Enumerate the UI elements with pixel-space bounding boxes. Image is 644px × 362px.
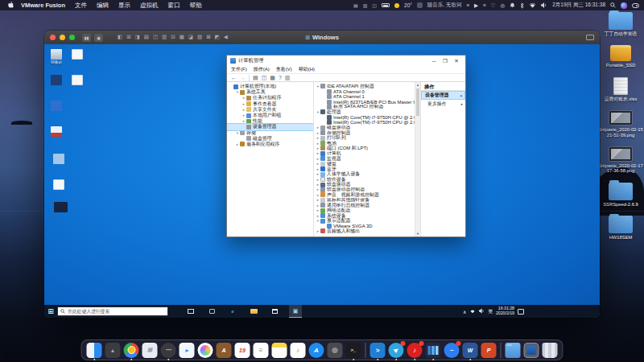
media-play-icon[interactable]: ▶ (474, 2, 478, 9)
desktop-file-icon[interactable] (51, 126, 62, 137)
windows-desktop-icon[interactable] (49, 154, 68, 165)
minimize-window-button[interactable] (60, 35, 65, 40)
dock-icon-launchpad[interactable]: ▲ (105, 343, 121, 358)
actions-more-item[interactable]: 更多操作 ▸ (421, 100, 465, 109)
desktop-file-icon[interactable] (53, 179, 64, 190)
dock-icon-terminal[interactable]: >_ (346, 343, 361, 358)
windows-desktop-icon[interactable] (49, 179, 68, 191)
console-tree-item[interactable]: ▸ 性能 (227, 118, 313, 124)
taskbar-clock[interactable]: 16:31:28 2020/2/19 (496, 306, 514, 316)
mac-desktop-icon[interactable]: Snipaste_2020-02-15 21-51-39.png (597, 110, 644, 138)
menubar-menu-item[interactable]: 编辑 (97, 2, 109, 10)
cm-titlebar[interactable]: 计算机管理 ─ ❐ ✕ (227, 56, 465, 66)
file-icon[interactable] (609, 146, 633, 162)
dock-icon-vscode[interactable]: > (370, 343, 386, 358)
dock-icon-messages[interactable]: ⋯ (161, 343, 176, 358)
menubar-clock[interactable]: 2月19日 周三 16:31:38 (552, 2, 605, 9)
menubar-menu-item[interactable]: 帮助 (190, 2, 202, 10)
minimize-button[interactable]: ─ (428, 56, 440, 66)
desktop-file-icon[interactable] (53, 154, 64, 164)
taskbar-edge-icon[interactable]: e (226, 305, 239, 318)
dock-icon-netease-music[interactable]: ♪ (407, 343, 423, 358)
console-tree-item[interactable]: ▸ 事件查看器 (227, 101, 313, 107)
dock-icon-finder[interactable] (87, 343, 102, 358)
weather-temperature[interactable]: 20° (404, 2, 412, 8)
notification-center-icon[interactable] (632, 3, 639, 8)
scrollbar-thumb[interactable] (416, 88, 419, 116)
heart-icon[interactable]: ♡ (491, 2, 496, 9)
tray-chevron-icon[interactable]: ∧ (463, 309, 466, 315)
media-next-icon[interactable]: » (483, 2, 486, 8)
bluetooth-icon[interactable] (520, 2, 524, 9)
cm-toolbar-icon[interactable] (249, 75, 250, 81)
spotlight-search-icon[interactable] (610, 2, 616, 8)
console-tree-item[interactable]: ▸ 本地用户和组 (227, 113, 313, 118)
vm-toolbar-icon[interactable]: ◧ (118, 35, 122, 40)
dock-separator[interactable] (365, 343, 367, 358)
console-tree-item[interactable]: ▸ 共享文件夹 (227, 107, 313, 113)
vmware-titlebar[interactable]: ▮▮ ▣ ◧⊞◨▤◫▥⊟▦◪▧⊠◩◀ ⊞ Windows (44, 31, 600, 44)
action-center-icon[interactable] (518, 309, 524, 315)
wifi-icon[interactable] (529, 2, 536, 8)
vm-toolbar-icon[interactable]: ⊞ (126, 35, 130, 40)
vm-toolbar-icon[interactable]: ▤ (144, 35, 149, 40)
windows-desktop-icon[interactable]: 回收站 (47, 49, 66, 64)
tray-volume-icon[interactable] (479, 308, 485, 315)
desktop-file-icon[interactable] (54, 202, 68, 212)
bell-icon[interactable] (510, 2, 515, 8)
dock-icon-chrome[interactable] (124, 343, 139, 358)
vm-toolbar-icon[interactable]: ◪ (188, 35, 193, 40)
windows-desktop-icon[interactable] (47, 126, 66, 138)
windows-desktop-icon[interactable] (68, 75, 87, 86)
dock-icon-thunder[interactable]: ~ (444, 343, 460, 358)
zoom-window-button[interactable] (69, 35, 75, 40)
weather-sun-icon[interactable] (394, 3, 399, 8)
input-method-indicator[interactable]: 英 (488, 309, 493, 315)
mac-desktop-icon[interactable]: Portable_SSD (597, 45, 644, 68)
record-icon[interactable]: ◎ (501, 2, 506, 9)
cpu-meter-icon[interactable]: ▥ (363, 2, 368, 8)
desktop-file-icon[interactable] (51, 49, 62, 60)
scroll-down-icon[interactable]: ▼ (415, 231, 420, 237)
menubar-menu-item[interactable]: 窗口 (168, 2, 180, 10)
desktop-file-icon[interactable] (51, 75, 62, 85)
scroll-up-icon[interactable]: ▲ (415, 82, 420, 88)
dock-separator[interactable] (500, 343, 502, 358)
dock-icon-music[interactable]: ♪ (291, 343, 306, 358)
taskbar-search-box[interactable]: 在此处键入进行搜索 (57, 306, 168, 316)
cm-toolbar-icon[interactable]: ◫ (262, 75, 267, 80)
cm-toolbar-icon[interactable]: ? (279, 75, 282, 80)
device-list-pane[interactable]: ▾ IDE ATA/ATAPI 控制器 ATA Channel 0 (314, 82, 420, 237)
vm-toolbar-icon[interactable]: ◩ (215, 35, 220, 40)
console-tree-item[interactable]: ▾ 系统工具 (227, 89, 313, 95)
media-previous-icon[interactable]: « (466, 2, 469, 8)
vm-toolbar-icon[interactable]: ⊟ (171, 35, 175, 40)
vertical-scrollbar[interactable]: ▲ ▼ (415, 82, 420, 237)
cm-toolbar-icon[interactable]: ▤ (253, 75, 258, 80)
active-app-name[interactable]: VMware Fusion (21, 2, 65, 9)
dock-icon-minimized-window[interactable] (524, 343, 539, 358)
taskbar-file-explorer-icon[interactable] (247, 305, 260, 318)
start-button[interactable]: ⊞ (44, 307, 57, 315)
console-tree-item[interactable]: ▾ 存储 (227, 130, 313, 136)
console-tree-item[interactable]: 磁盘管理 (227, 136, 313, 142)
dock-icon-reminders[interactable]: ≡ (254, 343, 269, 358)
vm-toolbar-icon[interactable]: ◨ (135, 35, 140, 40)
console-tree-item[interactable]: ▸ 任务计划程序 (227, 95, 313, 101)
mac-desktop-icon[interactable]: Snipaste_2020-02-17 17-36-58.png (597, 146, 644, 174)
vm-pause-button[interactable]: ▮▮ (82, 34, 91, 42)
file-icon[interactable] (609, 12, 633, 30)
vm-toolbar-icon[interactable]: ▧ (197, 35, 202, 40)
taskbar-computer-management-icon[interactable]: ▣ (289, 305, 302, 318)
device-tree-item[interactable]: ▸ 音频输入和输出 (314, 228, 420, 233)
stats-icon[interactable]: ▤ (353, 2, 358, 8)
fullscreen-toggle-icon[interactable] (586, 35, 594, 40)
collapse-icon[interactable]: ▴ (460, 93, 462, 97)
expand-right-icon[interactable]: ▸ (461, 102, 463, 106)
dock-icon-maps[interactable]: ▸ (180, 343, 195, 358)
device-tree-item[interactable]: Intel(R) Core(TM) i7-9750H CPU @ 2.60GHz (314, 115, 420, 120)
dock-icon-app-store[interactable]: A (309, 343, 324, 358)
mac-desktop-icon[interactable]: 丁丁自动学英语 (597, 12, 644, 36)
vm-snapshot-button[interactable]: ▣ (94, 34, 103, 42)
windows-desktop-icon[interactable] (68, 49, 87, 60)
